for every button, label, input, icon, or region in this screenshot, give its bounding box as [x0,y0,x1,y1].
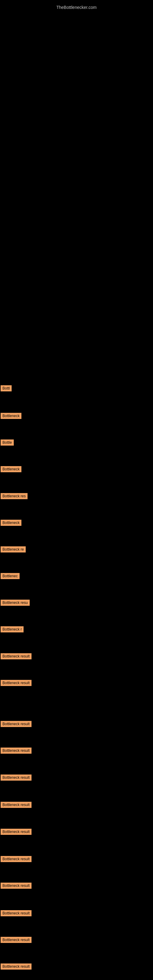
bottleneck-result-label: Bottleneck [1,466,21,472]
bottleneck-result-label: Bottle [1,439,14,445]
bottleneck-result-label: Bottleneck result [1,910,32,916]
bottleneck-result-label: Bottleneck r [1,626,24,632]
bottleneck-result-label: Bottl [1,385,12,391]
bottleneck-result-label: Bottleneck result [1,937,32,943]
bottleneck-result-label: Bottleneck [1,413,21,419]
bottleneck-result-label: Bottleneck result [1,856,32,862]
bottleneck-result-label: Bottleneck result [1,829,32,835]
bottleneck-result-label: Bottleneck result [1,680,32,686]
bottleneck-result-label: Bottlenec [1,573,19,579]
bottleneck-result-label: Bottleneck resu [1,600,30,606]
bottleneck-result-label: Bottleneck re [1,546,26,552]
bottleneck-result-label: Bottleneck result [1,775,32,781]
bottleneck-result-label: Bottleneck result [1,802,32,808]
bottleneck-result-label: Bottleneck [1,520,21,526]
bottleneck-result-label: Bottleneck result [1,721,32,727]
site-title: TheBottlenecker.com [0,2,153,12]
bottleneck-result-label: Bottleneck res [1,493,27,499]
bottleneck-result-label: Bottleneck result [1,653,32,659]
bottleneck-result-label: Bottleneck result [1,883,32,889]
bottleneck-result-label: Bottleneck result [1,748,32,754]
bottleneck-result-label: Bottleneck result [1,964,32,970]
